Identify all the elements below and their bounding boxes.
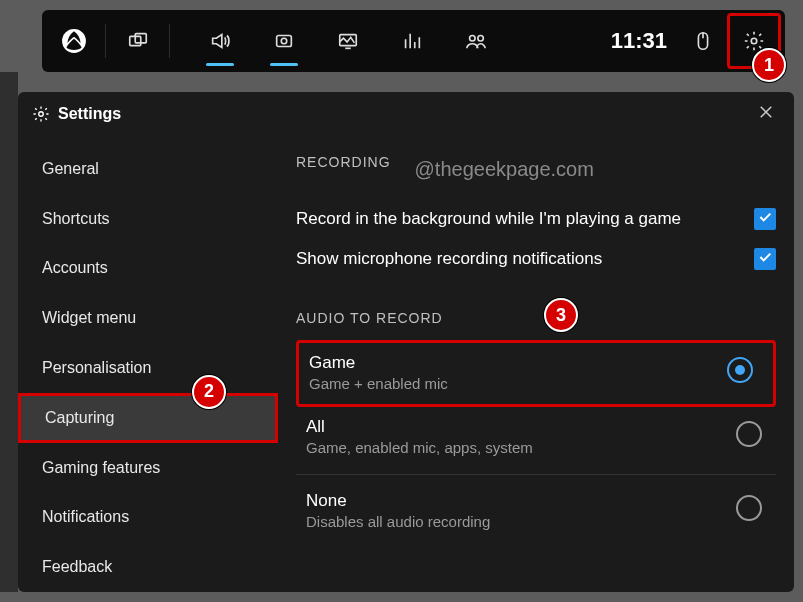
sidebar-item-label: General [42,160,99,178]
widgets-icon [127,30,149,52]
people-icon [465,30,487,52]
speaker-icon [209,30,231,52]
settings-button[interactable]: 1 [727,13,781,69]
svg-point-4 [281,38,287,44]
check-icon [757,249,773,270]
mouse-indicator[interactable] [679,10,727,72]
sidebar-item-label: Personalisation [42,359,151,377]
sidebar-item-personalisation[interactable]: Personalisation 2 [18,343,278,393]
sidebar-item-capturing[interactable]: Capturing [18,393,278,443]
check-icon [757,209,773,230]
audio-button[interactable] [188,10,252,72]
clock: 11:31 [599,28,679,54]
performance-icon [337,30,359,52]
resources-button[interactable] [380,10,444,72]
audio-section-title: AUDIO TO RECORD [296,310,776,326]
sidebar-item-shortcuts[interactable]: Shortcuts [18,194,278,244]
audio-option-title: Game [309,353,448,373]
mic-notif-label: Show microphone recording notifications [296,249,602,269]
performance-button[interactable] [316,10,380,72]
settings-header: Settings [18,92,794,136]
sidebar-item-general[interactable]: General [18,144,278,194]
mouse-icon [692,30,714,52]
sidebar-item-gaming-features[interactable]: Gaming features [18,443,278,493]
close-button[interactable] [752,100,780,128]
callout-2: 2 [192,375,226,409]
background-strip [0,72,18,592]
settings-panel: Settings General Shortcuts Accounts Widg… [18,92,794,592]
svg-point-7 [478,36,484,42]
close-icon [757,103,775,125]
sidebar-item-label: Gaming features [42,459,160,477]
audio-option-subtitle: Game, enabled mic, apps, system [306,439,533,456]
record-background-row[interactable]: Record in the background while I'm playi… [296,208,776,230]
capture-button[interactable] [252,10,316,72]
sidebar-item-label: Capturing [45,409,114,427]
record-background-checkbox[interactable] [754,208,776,230]
svg-point-10 [39,112,44,117]
bars-icon [401,30,423,52]
game-bar: 11:31 1 [42,10,785,72]
mic-notif-checkbox[interactable] [754,248,776,270]
xbox-button[interactable] [42,10,106,72]
radio-indicator [736,495,762,521]
sidebar-item-label: Notifications [42,508,129,526]
audio-option-all[interactable]: All Game, enabled mic, apps, system [296,407,776,468]
callout-3: 3 [544,298,578,332]
divider [296,474,776,475]
recording-section-title: RECORDING [296,154,391,170]
audio-option-game[interactable]: Game Game + enabled mic [299,343,767,404]
mic-notif-row[interactable]: Show microphone recording notifications [296,248,776,270]
gear-icon [32,105,50,123]
audio-option-subtitle: Disables all audio recording [306,513,490,530]
settings-sidebar: General Shortcuts Accounts Widget menu P… [18,136,278,592]
widgets-button[interactable] [106,10,170,72]
settings-content: RECORDING @thegeekpage.com Record in the… [278,136,794,592]
audio-option-title: None [306,491,490,511]
radio-indicator [727,357,753,383]
capture-icon [273,30,295,52]
svg-rect-3 [277,36,292,47]
sidebar-item-label: Widget menu [42,309,136,327]
social-button[interactable] [444,10,508,72]
audio-option-title: All [306,417,533,437]
watermark: @thegeekpage.com [415,158,594,181]
sidebar-item-widget-menu[interactable]: Widget menu [18,293,278,343]
audio-option-subtitle: Game + enabled mic [309,375,448,392]
svg-point-6 [470,36,476,42]
sidebar-item-feedback[interactable]: Feedback [18,542,278,592]
audio-radio-group: Game Game + enabled mic All Game, enable… [296,340,776,542]
record-background-label: Record in the background while I'm playi… [296,209,681,229]
sidebar-item-notifications[interactable]: Notifications [18,492,278,542]
sidebar-item-accounts[interactable]: Accounts [18,244,278,294]
sidebar-item-label: Accounts [42,259,108,277]
sidebar-item-label: Feedback [42,558,112,576]
audio-option-none[interactable]: None Disables all audio recording [296,481,776,542]
xbox-icon [61,28,87,54]
callout-1: 1 [752,48,786,82]
settings-title: Settings [58,105,121,123]
svg-point-9 [751,38,757,44]
sidebar-item-label: Shortcuts [42,210,110,228]
radio-indicator [736,421,762,447]
